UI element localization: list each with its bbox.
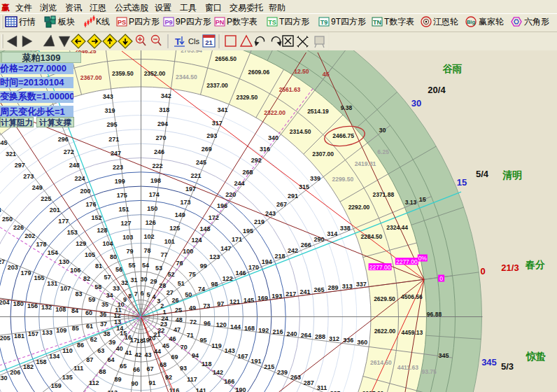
svg-text:48: 48	[176, 316, 183, 323]
svg-text:104: 104	[102, 240, 113, 247]
svg-text:25: 25	[175, 307, 182, 314]
svg-text:240: 240	[287, 330, 297, 337]
svg-text:30: 30	[411, 98, 421, 108]
svg-text:205: 205	[0, 335, 10, 342]
svg-text:341: 341	[217, 106, 227, 113]
svg-text:32: 32	[121, 279, 128, 286]
svg-text:57: 57	[104, 274, 111, 281]
svg-text:321: 321	[6, 150, 16, 158]
svg-text:PS: PS	[118, 19, 126, 26]
svg-text:360: 360	[357, 339, 367, 346]
svg-text:221: 221	[191, 172, 202, 179]
svg-text:292: 292	[251, 157, 262, 164]
svg-text:板块: 板块	[57, 17, 75, 27]
svg-text:37: 37	[100, 321, 107, 328]
svg-text:5/4: 5/4	[476, 169, 489, 179]
svg-text:2284.50: 2284.50	[361, 233, 383, 240]
svg-text:9T四方形: 9T四方形	[331, 17, 366, 27]
svg-text:122: 122	[223, 275, 233, 282]
svg-text:43: 43	[145, 351, 152, 358]
svg-text:2299.50: 2299.50	[332, 176, 353, 183]
svg-text:2614.50: 2614.50	[370, 359, 392, 366]
svg-text:177: 177	[58, 218, 69, 225]
svg-text:294: 294	[157, 120, 168, 127]
svg-text:178: 178	[36, 241, 47, 248]
svg-text:2656.50: 2656.50	[215, 55, 237, 62]
svg-text:2419.31: 2419.31	[355, 160, 376, 167]
svg-text:56: 56	[115, 266, 122, 273]
svg-text:144: 144	[230, 323, 241, 330]
svg-text:127: 127	[120, 220, 131, 227]
svg-text:244: 244	[234, 180, 244, 187]
svg-text:192: 192	[258, 327, 269, 334]
svg-text:96.88: 96.88	[427, 311, 442, 318]
svg-text:2367.00: 2367.00	[80, 74, 102, 81]
svg-text:295: 295	[106, 121, 117, 128]
svg-text:340: 340	[268, 134, 278, 141]
svg-text:290: 290	[313, 236, 324, 243]
svg-text:272: 272	[64, 148, 74, 155]
svg-text:35: 35	[101, 301, 108, 308]
svg-text:273: 273	[23, 173, 34, 180]
svg-text:惊蛰: 惊蛰	[526, 351, 546, 362]
svg-text:129: 129	[76, 240, 86, 247]
svg-text:9.38: 9.38	[341, 104, 353, 111]
svg-text:63: 63	[97, 347, 104, 354]
svg-text:2622.00: 2622.00	[374, 328, 396, 335]
svg-text:157: 157	[28, 330, 38, 337]
svg-text:134: 134	[49, 353, 59, 360]
svg-text:288: 288	[315, 333, 325, 340]
svg-text:318: 318	[159, 106, 169, 113]
svg-text:191: 191	[251, 358, 261, 365]
svg-text:49: 49	[189, 304, 196, 312]
svg-text:269: 269	[202, 146, 212, 153]
svg-text:289: 289	[328, 284, 339, 291]
svg-text:50: 50	[185, 291, 192, 298]
svg-text:24: 24	[162, 315, 169, 322]
svg-text:93.75: 93.75	[422, 368, 437, 375]
svg-text:99: 99	[200, 262, 207, 270]
svg-text:159: 159	[51, 382, 62, 389]
svg-text:264: 264	[301, 332, 311, 339]
svg-text:2703.94: 2703.94	[181, 50, 202, 54]
svg-text:131: 131	[47, 280, 57, 287]
svg-text:9P四方形: 9P四方形	[176, 17, 211, 27]
svg-text:92: 92	[165, 374, 172, 381]
svg-text:125: 125	[169, 225, 180, 232]
svg-text:2324.44: 2324.44	[386, 224, 408, 231]
svg-text:147: 147	[220, 245, 231, 252]
svg-text:91: 91	[148, 379, 155, 386]
svg-text:194: 194	[262, 258, 272, 265]
svg-text:26: 26	[172, 297, 179, 304]
svg-text:72: 72	[190, 318, 197, 326]
svg-text:226: 226	[13, 224, 24, 231]
svg-text:51: 51	[178, 280, 185, 287]
svg-text:200: 200	[80, 188, 91, 195]
svg-text:291: 291	[288, 192, 298, 200]
svg-text:135: 135	[62, 374, 73, 381]
svg-text:82: 82	[83, 275, 90, 282]
svg-text:2307.00: 2307.00	[312, 150, 334, 158]
svg-text:156: 156	[27, 302, 38, 309]
svg-text:319: 319	[104, 107, 115, 114]
svg-text:清明: 清明	[502, 169, 522, 181]
svg-text:2337.00: 2337.00	[206, 82, 228, 89]
svg-text:69: 69	[171, 354, 178, 360]
svg-text:87: 87	[86, 356, 93, 363]
svg-text:179: 179	[21, 270, 31, 276]
svg-text:3.13: 3.13	[405, 199, 417, 206]
svg-text:55: 55	[128, 262, 135, 269]
svg-text:65: 65	[120, 363, 127, 370]
svg-text:268: 268	[243, 169, 253, 176]
svg-text:112: 112	[89, 379, 99, 386]
svg-text:58: 58	[94, 284, 101, 290]
svg-text:P四方形: P四方形	[129, 17, 160, 27]
svg-text:219: 219	[254, 218, 265, 225]
svg-text:89: 89	[114, 376, 121, 383]
svg-text:142: 142	[213, 369, 223, 376]
svg-text:173: 173	[180, 199, 190, 206]
svg-text:124: 124	[191, 237, 202, 244]
svg-text:118: 118	[202, 360, 212, 368]
svg-text:85: 85	[72, 325, 79, 332]
svg-text:53: 53	[155, 265, 162, 272]
